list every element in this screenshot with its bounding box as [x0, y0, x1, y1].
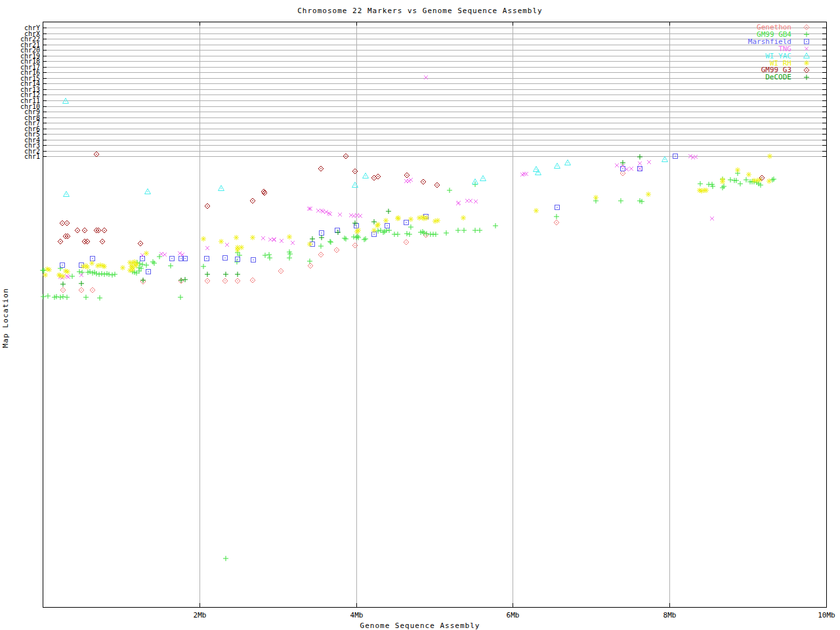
marker-dot	[406, 175, 407, 175]
chart-screen: Chromosome 22 Markers vs Genome Sequence…	[0, 0, 840, 630]
marker-plus	[178, 295, 183, 300]
marker-star	[133, 263, 138, 268]
marker-dot	[98, 230, 98, 230]
marker-plus	[386, 209, 391, 214]
marker-dot	[147, 191, 148, 192]
marker-plus	[493, 223, 498, 228]
marker-plus	[223, 556, 228, 561]
marker-dot	[436, 184, 437, 185]
marker-star	[130, 267, 135, 272]
marker-dot	[207, 205, 207, 206]
marker-dot	[92, 289, 93, 290]
marker-dot	[67, 236, 68, 236]
marker-dot	[761, 177, 762, 178]
marker-star	[120, 265, 125, 270]
marker-dot	[62, 222, 62, 223]
marker-dot	[387, 225, 387, 226]
marker-dot	[675, 156, 675, 156]
marker-dot	[423, 181, 423, 182]
marker-star	[219, 239, 224, 244]
marker-dot	[252, 280, 253, 280]
marker-plus	[804, 32, 809, 37]
marker-dot	[537, 172, 538, 173]
marker-star	[424, 215, 429, 220]
marker-dot	[320, 254, 321, 255]
marker-dot	[264, 192, 264, 193]
marker-star	[766, 178, 772, 184]
marker-plus	[408, 224, 413, 230]
marker-star	[356, 228, 361, 233]
marker-star	[804, 60, 809, 66]
marker-dot	[377, 176, 378, 177]
marker-plus	[60, 282, 66, 287]
marker-plus	[455, 228, 461, 233]
marker-star	[144, 251, 149, 256]
marker-cross	[272, 238, 276, 242]
marker-star	[593, 195, 598, 200]
marker-dot	[253, 259, 253, 260]
marker-plus	[60, 294, 66, 299]
marker-dot	[87, 241, 87, 242]
marker-cross	[328, 212, 332, 216]
marker-cross	[474, 200, 478, 203]
marker-cross	[163, 253, 167, 257]
marker-plus	[404, 231, 410, 236]
marker-plus	[728, 177, 733, 182]
marker-dot	[354, 245, 355, 245]
marker-dot	[237, 259, 238, 259]
marker-plus	[637, 154, 642, 159]
marker-cross	[205, 246, 209, 250]
marker-dot	[65, 100, 66, 101]
marker-plus	[342, 236, 347, 241]
marker-dot	[806, 41, 807, 42]
marker-dot	[373, 234, 374, 234]
marker-plus	[804, 75, 809, 80]
marker-star	[746, 172, 751, 177]
marker-dot	[622, 173, 623, 173]
marker-star	[234, 235, 239, 240]
marker-plus	[58, 295, 63, 300]
marker-plus	[157, 254, 162, 259]
marker-cross	[407, 179, 411, 183]
marker-plus	[363, 236, 368, 242]
marker-star	[408, 217, 413, 222]
marker-plus	[698, 181, 703, 186]
x-tick-label-10Mb: 10Mb	[818, 611, 835, 620]
marker-dot	[84, 230, 85, 230]
marker-dot	[556, 207, 557, 207]
plot-frame	[43, 22, 827, 608]
x-tick-label-6Mb: 6Mb	[507, 611, 520, 620]
marker-dot	[104, 230, 104, 230]
marker-dot	[556, 165, 557, 166]
marker-dot	[567, 162, 568, 163]
marker-plus	[554, 214, 559, 219]
marker-cross	[629, 167, 633, 171]
marker-plus	[96, 272, 102, 277]
y-tick-label-chr1: chr1	[24, 153, 40, 160]
marker-plus	[262, 253, 268, 258]
marker-plus	[102, 272, 107, 277]
marker-plus	[472, 228, 478, 233]
marker-plus	[64, 295, 70, 300]
marker-plus	[110, 272, 115, 278]
marker-dot	[310, 265, 310, 266]
marker-plus	[318, 243, 324, 249]
marker-dot	[354, 184, 355, 185]
marker-plus	[266, 252, 272, 257]
marker-dot	[180, 258, 181, 259]
marker-plus	[444, 230, 449, 236]
marker-dot	[622, 168, 623, 169]
marker-cross	[615, 163, 619, 167]
marker-cross	[469, 199, 472, 203]
marker-dot	[66, 222, 67, 223]
marker-plus	[140, 262, 145, 267]
marker-dot	[60, 241, 60, 242]
marker-dot	[237, 280, 238, 281]
marker-plus	[287, 255, 292, 261]
marker-dot	[224, 280, 225, 281]
marker-plus	[362, 237, 367, 242]
marker-plus	[70, 274, 75, 279]
marker-cross	[140, 253, 144, 257]
marker-dot	[66, 194, 66, 194]
marker-cross	[280, 239, 284, 243]
